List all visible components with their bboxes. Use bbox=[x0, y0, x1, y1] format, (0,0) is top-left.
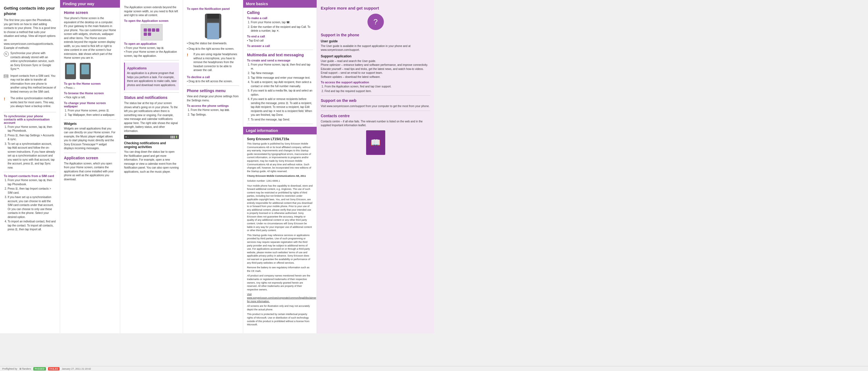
status-bar-image: ✉ ↓ ▐▐▐ 🔋 bbox=[124, 135, 179, 139]
illustration-note: All screens are for illustration only an… bbox=[247, 304, 313, 311]
import-step-1: From your Home screen, tap ⊞, then tap P… bbox=[8, 178, 56, 186]
import-step-3: If you have set up a synchronisation acc… bbox=[8, 195, 56, 219]
make-call-heading: To make a call bbox=[247, 17, 313, 20]
method2-text: Import contacts from a SIM card. You may… bbox=[10, 74, 56, 94]
phone-settings-text: View and change your phone settings from… bbox=[187, 95, 239, 102]
status-text: The status bar at the top of your screen… bbox=[124, 101, 179, 133]
goto-home-heading: To go to the Home screen bbox=[64, 82, 116, 85]
copyright: ©Sony Ericsson Mobile Communications AB,… bbox=[247, 174, 313, 178]
solution-number: Solution number: 1261-6906.1 bbox=[247, 179, 313, 183]
question-icon: ? bbox=[373, 18, 378, 26]
contacts-centre-heading: Contacts centre bbox=[321, 114, 430, 118]
notification-screen bbox=[207, 23, 219, 39]
status-bar-content: ✉ ↓ ▐▐▐ 🔋 bbox=[124, 135, 179, 139]
access-support-heading: To access the support application bbox=[321, 81, 430, 84]
protection: This product is protected by certain int… bbox=[247, 312, 313, 326]
access-support-step-2: Find and tap the required support item. bbox=[324, 89, 430, 93]
multimedia-heading: Multimedia and text messaging bbox=[247, 53, 313, 57]
end-call-heading: To end a call bbox=[247, 35, 313, 38]
create-step-5: If you want to add a media file, tap ⊞ a… bbox=[251, 89, 313, 97]
browse-home-heading: To browse the Home screen bbox=[64, 92, 116, 95]
create-step-2: Tap New message. bbox=[251, 71, 313, 75]
exclamation-text: The online synchronisation method works … bbox=[10, 96, 56, 109]
access-support-steps: From the Application screen, find and ta… bbox=[321, 85, 430, 93]
col2-title: Finding your way bbox=[60, 0, 120, 8]
access-step-2: Tap Settings. bbox=[191, 113, 239, 117]
divider6 bbox=[124, 92, 179, 93]
app-icon-4 bbox=[156, 28, 159, 32]
divider5 bbox=[124, 60, 179, 60]
trademark: All product and company names mentioned … bbox=[247, 274, 313, 291]
divider11 bbox=[321, 111, 430, 111]
status-heading: Status and notifications bbox=[124, 95, 179, 100]
support-phone-heading: Support in the phone bbox=[321, 33, 430, 37]
make-call-step-1: From your Home screen, tap ☎. bbox=[251, 21, 313, 25]
exclamation-icon-area: ! bbox=[4, 97, 10, 101]
exclamation-text-area: The online synchronisation method works … bbox=[10, 96, 56, 110]
method2-text-area: Import contacts from a SIM card. You may… bbox=[10, 74, 56, 95]
notification-bar bbox=[207, 14, 219, 22]
support-web-heading: Support on the web bbox=[321, 98, 430, 103]
divider4 bbox=[64, 153, 116, 153]
app-icon-1 bbox=[144, 28, 147, 32]
col-finding-way: Finding your way Home screen Your phone'… bbox=[60, 0, 120, 333]
wallpaper-step-1: From your Home screen, press ☰. bbox=[68, 109, 116, 113]
access-support-step-1: From the Application screen, find and ta… bbox=[324, 85, 430, 89]
sync-step-3: To set up a synchronisation account, tap… bbox=[8, 142, 56, 170]
headphones-row: ! If you are using regular headphones wi… bbox=[187, 53, 239, 74]
contacts-centre-text: Contacts centre – if all else fails. The… bbox=[321, 120, 430, 128]
create-step-4: To add a recipient, tap Add recipient, t… bbox=[251, 80, 313, 88]
notification-phone-container bbox=[187, 12, 239, 40]
decline-text: • Drag ⊞ to the left across the screen. bbox=[187, 80, 239, 84]
disclaimer2: This Startup guide may reference service… bbox=[247, 234, 313, 265]
notification-phone-inner bbox=[207, 12, 219, 39]
phone-images bbox=[64, 62, 116, 80]
divider2 bbox=[4, 172, 56, 172]
create-step-1: From your Home screen, tap ⊞, then find … bbox=[251, 63, 313, 71]
support-icon-box: ? bbox=[368, 14, 384, 30]
import-sim-heading: To import contacts from a SIM card bbox=[4, 174, 56, 178]
create-send-heading: To create and send a message bbox=[247, 59, 313, 62]
phone-image-2 bbox=[80, 63, 91, 79]
phone-image-1 bbox=[65, 63, 76, 79]
col1-intro: The first time you open the Phonebook, y… bbox=[4, 18, 56, 50]
col-notification: To open the Notification panel • Drag th… bbox=[183, 0, 243, 333]
method1-text-area: Synchronise your phone with contacts alr… bbox=[10, 51, 56, 73]
book-glyph: 📖 bbox=[370, 138, 380, 147]
support-web-text: Visit www.sonyericsson.com/support from … bbox=[321, 104, 430, 109]
status-left: ✉ ↓ bbox=[125, 136, 129, 138]
method1-row: ↻ Synchronise your phone with contacts a… bbox=[4, 51, 56, 73]
home-screen-heading: Home screen bbox=[64, 10, 116, 15]
make-call-steps: From your Home screen, tap ☎. Enter the … bbox=[247, 21, 313, 33]
app-icon-3 bbox=[152, 28, 155, 32]
app-icon-6 bbox=[148, 32, 151, 36]
divider9 bbox=[247, 124, 313, 124]
status-bar-container: ✉ ↓ ▐▐▐ 🔋 bbox=[124, 135, 179, 139]
support-app-heading: Support application bbox=[321, 54, 430, 58]
method2-row: SIM Import contacts from a SIM card. You… bbox=[4, 74, 56, 95]
import-step-4: To import an individual contact, find an… bbox=[8, 220, 56, 232]
access-settings-heading: To access the phone settings bbox=[187, 104, 239, 107]
app-screen-text: The Application screen, which you open f… bbox=[64, 162, 116, 182]
legal-title: Legal information bbox=[243, 127, 317, 134]
end-call-text: • Tap End call bbox=[247, 39, 313, 43]
access-settings-steps: From the Home screen, tap ⊞⊞. Tap Settin… bbox=[187, 108, 239, 117]
col-support: Explore more and get support ? Support i… bbox=[317, 0, 434, 333]
col-app-status: The Application screen extends beyond th… bbox=[120, 0, 183, 333]
app-icon-2 bbox=[148, 28, 151, 32]
status-right: ▐▐▐ 🔋 bbox=[170, 136, 178, 138]
divider10 bbox=[321, 95, 430, 96]
app-screen-image bbox=[141, 24, 162, 40]
home-screen-text: Your phone's Home screen is the equivale… bbox=[64, 17, 116, 60]
phone-screen-1 bbox=[67, 64, 74, 74]
wallpaper-steps: From your Home screen, press ☰. Tap Wall… bbox=[64, 109, 116, 117]
app-icon-5 bbox=[144, 32, 147, 36]
open-notification-heading: To open the Notification panel bbox=[187, 7, 239, 10]
col6-title: Explore more and get support bbox=[321, 5, 430, 11]
answer-call-heading: To answer a call bbox=[247, 44, 313, 48]
sync-icon: ↻ bbox=[4, 52, 9, 57]
checking-text: You can drag down the status bar to open… bbox=[124, 150, 179, 174]
user-guide-text: The User guide is available in the suppo… bbox=[321, 44, 430, 52]
create-step-3: Tap Write message and enter your message… bbox=[251, 76, 313, 80]
widgets-text: Widgets are small applications that you … bbox=[64, 127, 116, 151]
